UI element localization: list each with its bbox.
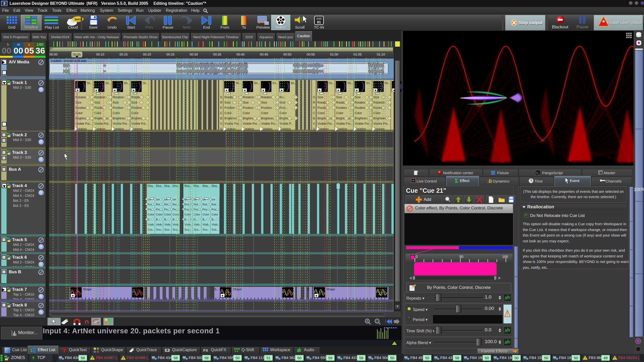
svg-text:>_: >_ <box>536 171 539 174</box>
svg-text:!: ! <box>92 356 93 360</box>
svg-text:FX: FX <box>203 348 208 352</box>
svg-text:01: 01 <box>317 20 321 24</box>
svg-text:!: ! <box>123 356 124 360</box>
svg-text:!: ! <box>585 356 586 360</box>
svg-text:Σ: Σ <box>30 348 33 353</box>
svg-text:*: * <box>602 19 605 26</box>
svg-text:JAN: JAN <box>317 17 321 20</box>
svg-text:beta: beta <box>75 17 82 21</box>
svg-text:!: ! <box>614 356 615 360</box>
